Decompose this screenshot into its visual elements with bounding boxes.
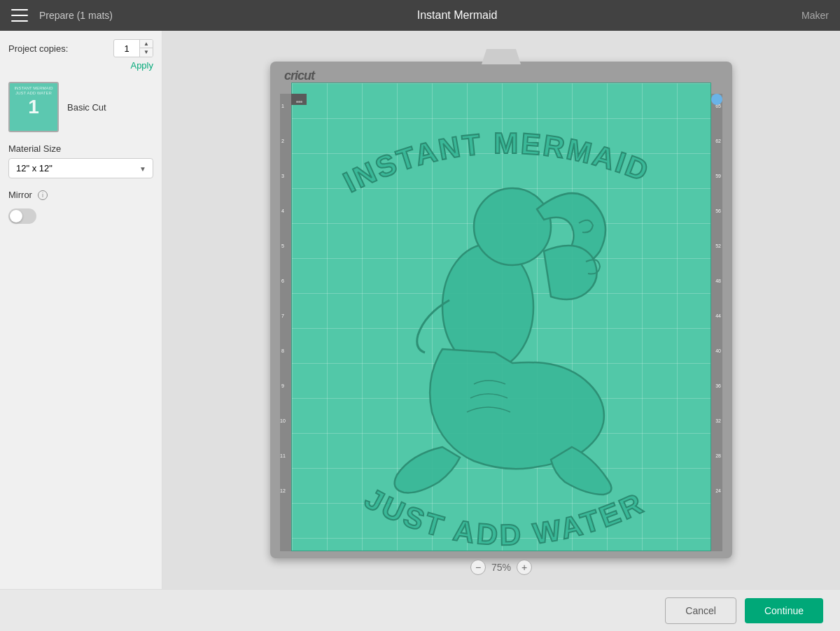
dots-icon (296, 93, 302, 106)
selection-handle-dots[interactable] (291, 94, 307, 105)
content-area: cricut 12 34 56 78 910 1112 (162, 31, 840, 589)
menu-icon[interactable] (11, 9, 28, 22)
mirror-toggle[interactable] (8, 208, 36, 224)
svg-text:48: 48 (715, 278, 721, 283)
mat-thumbnail-label: INSTANT MERMAID JUST ADD WATER (13, 86, 55, 96)
material-size-select[interactable]: 12" x 12" 12" x 24" Custom (8, 158, 153, 178)
svg-text:32: 32 (715, 418, 721, 423)
material-size-label: Material Size (8, 143, 153, 154)
zoom-increase-button[interactable]: + (517, 560, 532, 575)
cricut-logo: cricut (284, 69, 314, 83)
zoom-controls: − 75% + (470, 560, 532, 575)
svg-text:59: 59 (715, 173, 721, 178)
machine-label: Maker (802, 10, 829, 21)
svg-text:4: 4 (281, 208, 284, 213)
svg-text:7: 7 (281, 313, 284, 318)
mat-handle (477, 49, 526, 64)
toggle-wrap (8, 208, 153, 224)
copies-spinners: ▲ ▼ (139, 40, 153, 57)
mat-canvas: cricut 12 34 56 78 910 1112 (270, 62, 732, 558)
mat-number: 1 (28, 96, 39, 118)
svg-text:52: 52 (715, 243, 721, 248)
mat-name: Basic Cut (67, 102, 106, 113)
mat-inner: INSTANT MERMAID JUST ADD WATER (291, 83, 711, 551)
svg-text:56: 56 (715, 208, 721, 213)
copies-label: Project copies: (8, 43, 68, 54)
mirror-info-icon[interactable]: i (38, 190, 48, 200)
svg-rect-26 (711, 94, 722, 551)
svg-text:10: 10 (280, 418, 286, 423)
svg-text:62: 62 (715, 139, 721, 143)
zoom-decrease-button[interactable]: − (470, 560, 486, 575)
copies-row: Project copies: ▲ ▼ (8, 39, 153, 57)
svg-text:12: 12 (280, 488, 286, 493)
svg-text:40: 40 (715, 348, 721, 353)
window-title: Prepare (1 mats) (39, 10, 113, 21)
svg-text:11: 11 (280, 453, 286, 458)
mat-grid: INSTANT MERMAID JUST ADD WATER (292, 83, 710, 551)
copies-input-wrap: ▲ ▼ (113, 39, 153, 57)
svg-text:44: 44 (715, 313, 721, 318)
svg-text:5: 5 (281, 243, 284, 248)
svg-text:2: 2 (281, 139, 284, 143)
sidebar: Project copies: ▲ ▼ Apply INSTANT MERMAI… (0, 31, 162, 589)
svg-rect-13 (280, 94, 291, 551)
footer: Cancel Continue (0, 589, 840, 631)
svg-point-55 (474, 188, 551, 265)
svg-text:28: 28 (715, 453, 721, 458)
app-title: Instant Mermaid (113, 9, 802, 22)
apply-button[interactable]: Apply (130, 60, 153, 71)
mat-item: INSTANT MERMAID JUST ADD WATER 1 Basic C… (8, 82, 153, 132)
header: Prepare (1 mats) Instant Mermaid Maker (0, 0, 840, 31)
copies-decrement[interactable]: ▼ (140, 48, 153, 57)
ruler-right: 65 62 59 56 52 48 44 40 36 32 28 24 (711, 94, 722, 551)
continue-button[interactable]: Continue (745, 598, 823, 623)
main-layout: Project copies: ▲ ▼ Apply INSTANT MERMAI… (0, 31, 840, 589)
selection-handle-rotate[interactable] (711, 94, 722, 105)
zoom-level: 75% (491, 562, 511, 573)
material-size-select-wrap: 12" x 12" 12" x 24" Custom (8, 158, 153, 178)
ruler-left: 1 2 3 4 5 6 7 8 9 10 11 12 (280, 94, 291, 551)
svg-text:36: 36 (715, 383, 721, 388)
copies-increment[interactable]: ▲ (140, 40, 153, 48)
cancel-button[interactable]: Cancel (665, 597, 736, 624)
svg-text:6: 6 (281, 278, 284, 283)
svg-text:24: 24 (715, 488, 721, 493)
apply-btn-wrap: Apply (8, 60, 153, 71)
svg-text:8: 8 (281, 348, 284, 353)
svg-text:9: 9 (281, 383, 284, 388)
mirror-row: Mirror i (8, 190, 153, 200)
mat-thumbnail[interactable]: INSTANT MERMAID JUST ADD WATER 1 (8, 82, 59, 132)
svg-text:3: 3 (281, 173, 284, 178)
svg-text:1: 1 (281, 104, 284, 108)
copies-input[interactable] (114, 42, 139, 55)
mirror-label: Mirror (8, 190, 32, 200)
mat-outer: cricut 12 34 56 78 910 1112 (270, 62, 732, 558)
